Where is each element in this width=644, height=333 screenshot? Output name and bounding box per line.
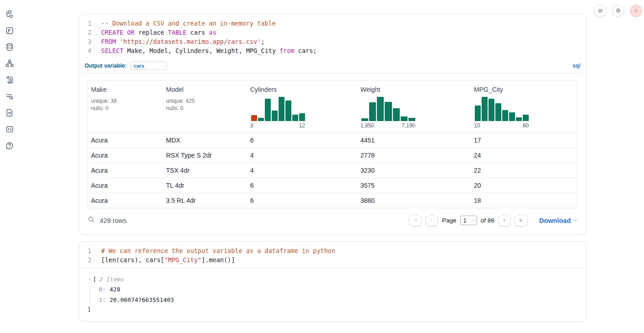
code-text: FROM 'https://datasets.marimo.app/cars.c… <box>95 37 265 46</box>
code-token: cars <box>187 29 209 36</box>
prev-page-button[interactable] <box>425 215 438 226</box>
histogram-bar <box>385 102 392 121</box>
line-number: 2 <box>79 255 95 264</box>
code-token: "MPG_City" <box>164 256 201 264</box>
histogram-bar <box>475 106 481 121</box>
code-token: as <box>209 29 216 36</box>
column-header[interactable]: MPG_City1060 <box>471 80 577 132</box>
fold-chevron-icon[interactable] <box>95 29 98 33</box>
table-cell: RSX Type S 2dr <box>163 148 247 163</box>
table-cell: 6 <box>247 193 357 208</box>
table-header: Makeunique: 38nulls: 0Modelunique: 425nu… <box>88 80 577 132</box>
axis-max-label: 60 <box>523 122 529 129</box>
axis-min-label: 1,850 <box>360 122 374 129</box>
table-row[interactable]: AcuraRSX Type S 2dr4277824 <box>88 148 577 163</box>
python-output-tree: [ 2 Items 0: 4281: 20.060747663551403 ] <box>79 269 586 321</box>
axis-max-label: 12 <box>299 122 305 129</box>
search-icon[interactable] <box>87 216 95 225</box>
histogram-bar <box>299 113 305 121</box>
table-row[interactable]: AcuraTL 4dr6357520 <box>88 178 577 193</box>
code-text: -- Download a CSV and create an in-memor… <box>95 19 276 28</box>
table-cell: Acura <box>88 163 163 178</box>
code-line: 1# We can reference the output variable … <box>79 246 586 255</box>
column-header[interactable]: Modelunique: 425nulls: 0 <box>163 80 247 132</box>
histogram-bar <box>272 111 278 121</box>
histogram-bars <box>475 97 529 121</box>
python-cell: 1# We can reference the output variable … <box>79 241 586 322</box>
histogram-axis: 1,8507,190 <box>360 122 415 129</box>
first-page-button[interactable] <box>409 215 422 226</box>
histogram-bar <box>523 115 529 121</box>
column-header[interactable]: Cylinders312 <box>247 80 357 132</box>
histogram-bar <box>488 99 494 121</box>
documentation-icon[interactable] <box>5 108 15 118</box>
table-cell: 17 <box>471 133 577 148</box>
output-variable-input[interactable] <box>130 61 167 70</box>
line-number: 3 <box>79 37 95 46</box>
histogram-bar <box>285 100 291 121</box>
collapse-caret-icon[interactable] <box>87 276 93 283</box>
help-icon[interactable] <box>5 141 15 151</box>
code-text: CREATE OR replace TABLE cars as <box>95 28 216 37</box>
axis-min-label: 10 <box>474 122 480 129</box>
line-number: 4 <box>79 46 95 55</box>
histogram-bar <box>361 118 368 121</box>
download-button[interactable]: Download <box>539 217 578 224</box>
histogram-bars <box>361 97 415 121</box>
table-row[interactable]: AcuraTSX 4dr4323022 <box>88 163 577 178</box>
axis-max-label: 7,190 <box>402 122 415 129</box>
column-histogram: 312 <box>250 97 305 129</box>
code-line: 1-- Download a CSV and create an in-memo… <box>79 19 586 28</box>
logs-icon[interactable] <box>5 75 15 85</box>
table-row[interactable]: AcuraMDX6445117 <box>88 132 577 148</box>
line-number: 1 <box>79 19 95 28</box>
code-line: 4SELECT Make, Model, Cylinders, Weight, … <box>79 46 586 55</box>
table-cell: 6 <box>247 133 357 148</box>
outline-search-icon[interactable] <box>5 91 15 101</box>
python-code-editor[interactable]: 1# We can reference the output variable … <box>79 242 586 268</box>
variables-icon[interactable] <box>5 26 15 36</box>
file-explorer-icon[interactable] <box>5 9 15 19</box>
tree-body: 0: 4281: 20.060747663551403 <box>90 285 578 305</box>
page-select[interactable]: 1 <box>460 216 477 225</box>
column-title: Cylinders <box>250 86 354 93</box>
code-token: OR <box>127 29 134 36</box>
snippets-icon[interactable] <box>5 124 15 134</box>
code-token: -- Download a CSV and create an in-memor… <box>101 20 276 27</box>
code-token: # We can reference the output variable a… <box>101 247 335 254</box>
column-stats: unique: 425nulls: 0 <box>166 97 244 112</box>
table-cell: Acura <box>88 148 163 163</box>
histogram-bar <box>279 97 284 121</box>
code-token: [len(cars), cars[ <box>101 256 164 264</box>
row-count: 428 rows <box>100 217 127 224</box>
data-table: Makeunique: 38nulls: 0Modelunique: 425nu… <box>87 80 578 208</box>
stat-line: nulls: 0 <box>166 105 244 112</box>
code-token <box>116 38 120 45</box>
column-title: Make <box>91 86 160 93</box>
column-header[interactable]: Weight1,8507,190 <box>357 80 471 132</box>
histogram-bar <box>258 118 264 121</box>
dependency-graph-icon[interactable] <box>5 58 15 69</box>
datasources-icon[interactable] <box>5 42 15 52</box>
next-page-button[interactable] <box>498 215 511 226</box>
histogram-bars <box>251 97 305 121</box>
table-cell: Acura <box>88 193 163 208</box>
last-page-button[interactable] <box>515 215 527 226</box>
column-histogram: 1,8507,190 <box>360 97 415 129</box>
table-row[interactable]: Acura3.5 RL 4dr6388018 <box>88 193 577 208</box>
code-text: [len(cars), cars["MPG_City"].mean()] <box>95 255 235 264</box>
sql-code-editor[interactable]: 1-- Download a CSV and create an in-memo… <box>79 14 586 59</box>
histogram-bar <box>482 97 488 121</box>
stat-line: nulls: 0 <box>91 105 160 112</box>
items-count: 2 Items <box>99 276 124 283</box>
code-line: 2CREATE OR replace TABLE cars as <box>79 28 586 37</box>
menu-button[interactable] <box>594 5 606 17</box>
close-button[interactable] <box>630 5 642 17</box>
settings-gear-button[interactable] <box>612 5 624 17</box>
table-cell: Acura <box>88 178 163 193</box>
code-token: Make, Model, Cylinders, Weight, MPG_City <box>123 47 279 54</box>
column-header[interactable]: Makeunique: 38nulls: 0 <box>88 80 163 132</box>
column-stats: unique: 38nulls: 0 <box>91 97 160 112</box>
language-badge: sql <box>573 63 580 69</box>
line-number: 2 <box>79 28 95 37</box>
